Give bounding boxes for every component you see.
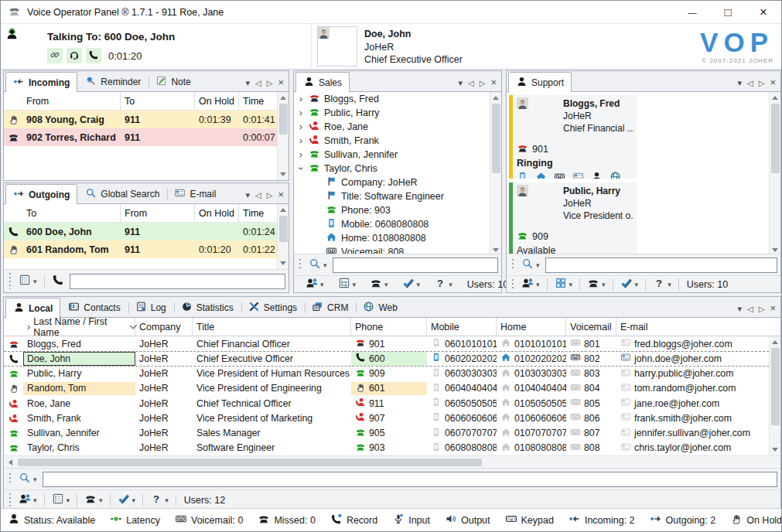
tree-item[interactable]: Sullivan, Jennifer (294, 148, 490, 162)
tab[interactable]: Reminder (77, 73, 148, 91)
close-button[interactable] (746, 1, 781, 23)
expander-icon[interactable] (297, 95, 305, 103)
scroll-down-icon[interactable] (772, 248, 778, 252)
scrollbar[interactable] (277, 92, 289, 180)
tree-item[interactable]: Title: Software Engineer (294, 189, 490, 203)
scroll-up-icon[interactable] (772, 340, 778, 344)
toolbar-grip[interactable] (9, 273, 12, 289)
scroll-thumb[interactable] (771, 104, 780, 173)
minimize-button[interactable] (674, 1, 710, 23)
call-mobile-button[interactable] (517, 171, 528, 179)
tab[interactable]: Global Search (77, 185, 166, 203)
help-button[interactable]: ? (651, 275, 674, 293)
tab-menu-icon[interactable] (737, 305, 742, 313)
incoming-call-row[interactable]: 902 Torres, Richard 911 0:00:07 (4, 128, 277, 146)
dial-input[interactable] (70, 274, 285, 289)
voicemail-button[interactable] (554, 171, 565, 179)
column-header[interactable]: Voicemail (566, 318, 616, 336)
tree-item[interactable]: Smith, Frank (294, 134, 490, 148)
scroll-thumb[interactable] (18, 459, 482, 466)
tab[interactable]: Settings (241, 298, 304, 317)
outgoing-call-row[interactable]: 601 Random, Tom 911 0:01:20 0:01:22 (4, 240, 277, 258)
tab[interactable]: Web (355, 298, 404, 317)
toolbar-grip[interactable] (299, 259, 302, 271)
column-header[interactable]: Mobile (427, 318, 497, 336)
contact-card[interactable]: Public, Harry JoHeR Vice President o... … (509, 182, 637, 257)
scroll-left-button[interactable] (4, 459, 16, 466)
tab[interactable]: Incoming (5, 72, 77, 92)
column-header[interactable]: Company (135, 318, 193, 336)
tab-menu-icon[interactable] (245, 191, 250, 200)
scroll-left-icon[interactable] (747, 80, 753, 87)
scroll-up-icon[interactable] (280, 96, 286, 100)
scroll-thumb[interactable] (279, 104, 288, 135)
expander-icon[interactable] (297, 109, 305, 117)
column-header[interactable]: E-mail (616, 318, 780, 336)
scroll-right-icon[interactable] (759, 80, 765, 87)
contact-row[interactable]: Roe, Jane JoHeR Chief Technical Officer … (4, 396, 780, 411)
scroll-down-icon[interactable] (280, 261, 286, 265)
status-filter-button[interactable] (400, 275, 423, 293)
tab[interactable]: CRM (304, 298, 355, 317)
contact-row[interactable]: Smith, Frank JoHeR Vice President of Mar… (4, 411, 780, 425)
search-button[interactable] (16, 470, 39, 488)
help-button[interactable]: ? (432, 275, 455, 293)
search-input[interactable] (545, 257, 777, 273)
phone-actions-button[interactable] (585, 275, 608, 293)
phone-actions-button[interactable] (82, 491, 105, 509)
scroll-down-icon[interactable] (280, 172, 286, 176)
search-button[interactable] (306, 256, 330, 274)
scroll-down-icon[interactable] (493, 248, 499, 252)
column-header[interactable]: From (22, 92, 121, 110)
email-button[interactable] (572, 171, 584, 179)
expander-icon[interactable] (297, 123, 305, 131)
column-header[interactable]: To (121, 92, 195, 110)
tab[interactable]: Note (148, 73, 197, 91)
call-home-button[interactable] (535, 171, 547, 179)
tree-item[interactable]: Roe, Jane (294, 120, 490, 134)
status-filter-button[interactable] (618, 275, 641, 293)
scroll-left-icon[interactable] (747, 305, 753, 313)
column-header[interactable]: From (121, 204, 195, 222)
horizontal-scrollbar[interactable] (4, 455, 780, 468)
close-panel-icon[interactable] (770, 79, 776, 87)
scrollbar[interactable] (769, 336, 780, 455)
close-panel-icon[interactable] (278, 79, 284, 87)
handset-button[interactable] (86, 48, 101, 63)
scroll-right-icon[interactable] (480, 80, 486, 87)
link-call-button[interactable] (47, 48, 63, 63)
search-input[interactable] (333, 257, 498, 273)
dial-button[interactable] (50, 272, 67, 290)
scroll-up-icon[interactable] (493, 96, 499, 100)
tree-item[interactable]: Public, Harry (294, 106, 490, 120)
tab-support[interactable]: Support (508, 72, 572, 92)
outgoing-call-row[interactable]: 600 Doe, John 911 0:01:24 (4, 223, 277, 240)
contact-row[interactable]: Bloggs, Fred JoHeR Chief Financial Offic… (4, 336, 780, 351)
expander-icon[interactable] (297, 165, 305, 172)
scrollbar[interactable] (490, 92, 501, 256)
tab-sales[interactable]: Sales (295, 72, 350, 92)
tab[interactable]: Statistics (173, 298, 241, 317)
tab-menu-icon[interactable] (737, 79, 742, 87)
toolbar-grip[interactable] (9, 473, 12, 485)
tree-item[interactable]: Bloggs, Fred (294, 92, 490, 106)
expander-icon[interactable] (297, 137, 305, 145)
tab[interactable]: Log (128, 298, 173, 317)
search-button[interactable] (519, 256, 542, 274)
toolbar-grip[interactable] (511, 279, 514, 289)
tree-item[interactable]: Company: JoHeR (294, 176, 490, 189)
scroll-thumb[interactable] (771, 348, 780, 425)
scroll-up-icon[interactable] (772, 96, 778, 100)
column-header[interactable]: On Hold (195, 204, 239, 222)
close-panel-icon[interactable] (278, 191, 284, 200)
scroll-left-icon[interactable] (255, 80, 261, 87)
phone-actions-button[interactable] (367, 275, 391, 293)
help-button[interactable]: ? (148, 491, 171, 509)
expander-icon[interactable]: › (27, 323, 30, 331)
tab[interactable]: Outgoing (5, 184, 77, 204)
maximize-button[interactable] (710, 1, 746, 23)
view-mode-button[interactable] (552, 275, 575, 293)
add-user-button[interactable] (16, 491, 39, 509)
add-user-button[interactable] (519, 275, 542, 293)
web-button[interactable] (610, 171, 621, 179)
